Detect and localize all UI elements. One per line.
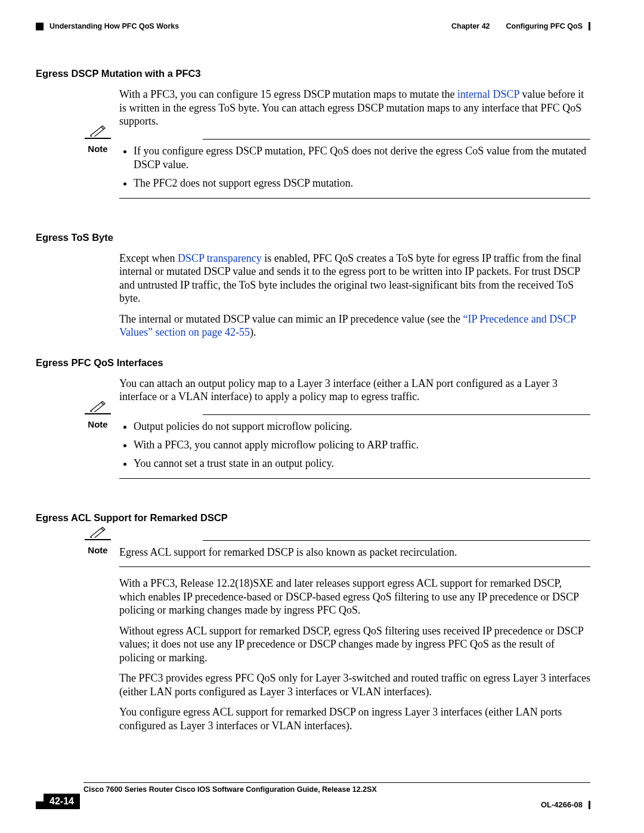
sec2-para2: The internal or mutated DSCP value can m… xyxy=(119,312,590,339)
sec4-para1: With a PFC3, Release 12.2(18)SXE and lat… xyxy=(119,577,590,617)
sec3-para1: You can attach an output policy map to a… xyxy=(119,377,590,404)
sec3-note-bullet3: You cannot set a trust state in an outpu… xyxy=(134,457,590,470)
sec1-note-bullet2: The PFC2 does not support egress DSCP mu… xyxy=(134,176,590,190)
heading-egress-acl-support: Egress ACL Support for Remarked DSCP xyxy=(36,512,590,524)
header-vbar xyxy=(589,22,590,30)
sec4-para4: You configure egress ACL support for rem… xyxy=(119,705,590,732)
note-block-sec4: Note Egress ACL support for remarked DSC… xyxy=(36,540,590,559)
footer-book-title: Cisco 7600 Series Router Cisco IOS Softw… xyxy=(83,785,590,794)
heading-egress-dscp-mutation: Egress DSCP Mutation with a PFC3 xyxy=(36,68,590,79)
sec2-para1: Except when DSCP transparency is enabled… xyxy=(119,252,590,305)
header-section: Understanding How PFC QoS Works xyxy=(49,22,179,30)
heading-egress-pfc-qos-interfaces: Egress PFC QoS Interfaces xyxy=(36,357,590,368)
sec4-note-text: Egress ACL support for remarked DSCP is … xyxy=(119,541,590,559)
note-label: Note xyxy=(83,545,112,555)
note-block-sec1: Note If you configure egress DSCP mutati… xyxy=(36,139,590,191)
note-block-sec3: Note Output policies do not support micr… xyxy=(36,414,590,471)
header-bullet-left xyxy=(36,23,44,30)
note-label: Note xyxy=(83,144,112,154)
heading-egress-tos-byte: Egress ToS Byte xyxy=(36,232,590,243)
note-icon xyxy=(83,526,112,540)
footer-bullet xyxy=(36,801,44,809)
sec1-para1: With a PFC3, you can configure 15 egress… xyxy=(119,88,590,128)
sec4-para2: Without egress ACL support for remarked … xyxy=(119,624,590,665)
footer-vbar xyxy=(589,801,590,809)
note-icon xyxy=(83,125,112,139)
sec3-note-bullet1: Output policies do not support microflow… xyxy=(134,420,590,433)
sec1-note-bullet1: If you configure egress DSCP mutation, P… xyxy=(134,144,590,172)
header-chapter-title: Configuring PFC QoS xyxy=(506,22,583,30)
page-footer: Cisco 7600 Series Router Cisco IOS Softw… xyxy=(36,782,590,809)
header-chapter-prefix: Chapter 42 xyxy=(451,22,490,30)
link-internal-dscp[interactable]: internal DSCP xyxy=(457,88,519,100)
footer-docnum: OL-4266-08 xyxy=(541,800,583,809)
page-number: 42-14 xyxy=(44,794,80,809)
sec3-note-bullet2: With a PFC3, you cannot apply microflow … xyxy=(134,438,590,452)
sec4-para3: The PFC3 provides egress PFC QoS only fo… xyxy=(119,671,590,698)
note-label: Note xyxy=(83,419,112,429)
link-dscp-transparency[interactable]: DSCP transparency xyxy=(178,252,262,264)
running-header: Understanding How PFC QoS Works Chapter … xyxy=(36,18,590,35)
note-icon xyxy=(83,400,112,414)
